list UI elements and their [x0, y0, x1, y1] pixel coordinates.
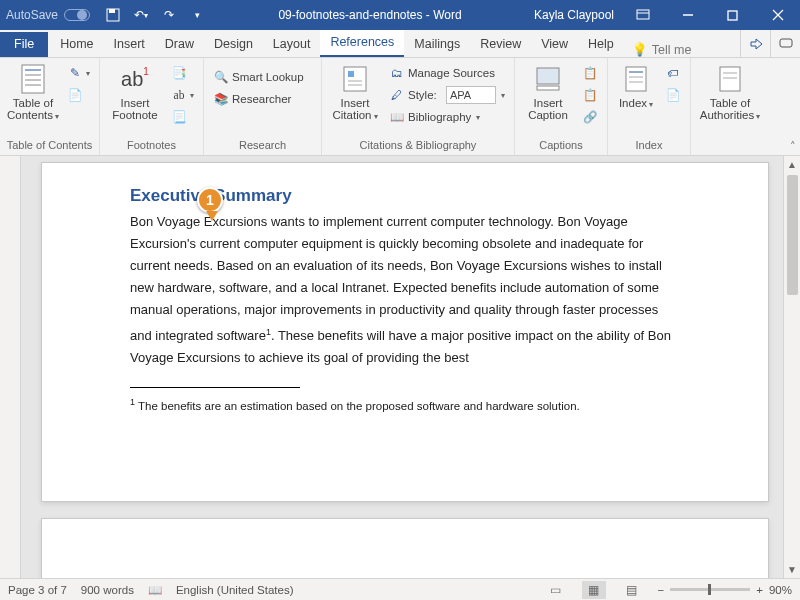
undo-icon[interactable]: ↶▾: [132, 6, 150, 24]
insert-footnote-button[interactable]: ab1 Insert Footnote: [106, 61, 164, 121]
zoom-out-icon[interactable]: −: [658, 584, 665, 596]
scrollbar-thumb[interactable]: [787, 175, 798, 295]
callout-1: 1: [197, 187, 227, 225]
mark-entry-button[interactable]: 🏷: [662, 63, 684, 83]
ribbon-tabs: File Home Insert Draw Design Layout Refe…: [0, 30, 800, 58]
insert-citation-button[interactable]: Insert Citation: [328, 61, 382, 123]
tell-me-search[interactable]: 💡 Tell me: [624, 42, 700, 57]
tab-help[interactable]: Help: [578, 32, 624, 57]
update-figures-icon: 📋: [582, 87, 598, 103]
svg-rect-8: [780, 39, 792, 47]
read-mode-icon[interactable]: ▭: [544, 581, 568, 599]
table-of-authorities-button[interactable]: Table of Authorities: [697, 61, 763, 123]
qat-customize-icon[interactable]: ▾: [188, 6, 206, 24]
maximize-button[interactable]: [710, 0, 755, 30]
group-table-of-contents: Table of Contents ✎▾ 📄 Table of Contents: [0, 58, 100, 155]
update-index-button[interactable]: 📄: [662, 85, 684, 105]
citation-style-dropdown[interactable]: 🖊Style: APA▾: [386, 85, 508, 105]
researcher-icon: 📚: [213, 91, 229, 107]
group-research: 🔍Smart Lookup 📚Researcher Research: [204, 58, 322, 155]
tab-file[interactable]: File: [0, 32, 48, 57]
status-language[interactable]: English (United States): [176, 584, 294, 596]
save-icon[interactable]: [104, 6, 122, 24]
next-footnote-icon: ab: [171, 87, 187, 103]
svg-rect-9: [22, 65, 44, 93]
group-label-toc: Table of Contents: [6, 137, 93, 155]
next-footnote-button[interactable]: ab▾: [168, 85, 197, 105]
tab-view[interactable]: View: [531, 32, 578, 57]
redo-icon[interactable]: ↷: [160, 6, 178, 24]
ribbon: Table of Contents ✎▾ 📄 Table of Contents…: [0, 58, 800, 156]
tab-layout[interactable]: Layout: [263, 32, 321, 57]
share-button[interactable]: [740, 30, 770, 57]
vertical-scrollbar[interactable]: ▲ ▼: [783, 156, 800, 578]
svg-rect-1: [109, 9, 115, 13]
web-layout-icon[interactable]: ▤: [620, 581, 644, 599]
show-notes-button[interactable]: 📃: [168, 107, 197, 127]
footnote-ab-icon: ab1: [121, 63, 149, 95]
group-label-toa: [697, 137, 763, 155]
group-captions: Insert Caption 📋 📋 🔗 Captions: [515, 58, 608, 155]
manage-sources-icon: 🗂: [389, 65, 405, 81]
manage-sources-button[interactable]: 🗂Manage Sources: [386, 63, 508, 83]
minimize-button[interactable]: [665, 0, 710, 30]
update-figures-button[interactable]: 📋: [579, 85, 601, 105]
insert-table-figures-button[interactable]: 📋: [579, 63, 601, 83]
group-label-footnotes: Footnotes: [106, 137, 197, 155]
insert-endnote-button[interactable]: 📑: [168, 63, 197, 83]
tab-home[interactable]: Home: [50, 32, 103, 57]
table-of-figures-icon: 📋: [582, 65, 598, 81]
zoom-slider[interactable]: [670, 588, 750, 591]
svg-rect-15: [348, 71, 354, 77]
tab-insert[interactable]: Insert: [104, 32, 155, 57]
svg-rect-2: [637, 10, 649, 19]
insert-caption-icon: [535, 63, 561, 95]
cross-reference-button[interactable]: 🔗: [579, 107, 601, 127]
status-bar: Page 3 of 7 900 words 📖 English (United …: [0, 578, 800, 600]
update-table-button[interactable]: 📄: [64, 85, 93, 105]
zoom-level[interactable]: 90%: [769, 584, 792, 596]
tab-draw[interactable]: Draw: [155, 32, 204, 57]
status-word-count[interactable]: 900 words: [81, 584, 134, 596]
ribbon-options-icon[interactable]: [620, 0, 665, 30]
researcher-button[interactable]: 📚Researcher: [210, 89, 307, 109]
tab-mailings[interactable]: Mailings: [404, 32, 470, 57]
collapse-ribbon-icon[interactable]: ˄: [790, 140, 796, 153]
user-name[interactable]: Kayla Claypool: [534, 8, 614, 22]
tab-references[interactable]: References: [320, 30, 404, 57]
group-citations: Insert Citation 🗂Manage Sources 🖊Style: …: [322, 58, 515, 155]
bibliography-button[interactable]: 📖Bibliography▾: [386, 107, 508, 127]
vertical-ruler: [0, 156, 21, 578]
tab-review[interactable]: Review: [470, 32, 531, 57]
smart-lookup-button[interactable]: 🔍Smart Lookup: [210, 67, 307, 87]
status-page[interactable]: Page 3 of 7: [8, 584, 67, 596]
scroll-up-icon[interactable]: ▲: [784, 156, 800, 173]
autosave-toggle[interactable]: AutoSave: [6, 8, 90, 22]
comments-button[interactable]: [770, 30, 800, 57]
insert-caption-button[interactable]: Insert Caption: [521, 61, 575, 121]
bibliography-icon: 📖: [389, 109, 405, 125]
group-index: Index 🏷 📄 Index: [608, 58, 691, 155]
table-of-contents-button[interactable]: Table of Contents: [6, 61, 60, 123]
spellcheck-icon[interactable]: 📖: [148, 583, 162, 597]
zoom-control[interactable]: − + 90%: [658, 584, 792, 596]
close-button[interactable]: [755, 0, 800, 30]
callout-circle: 1: [197, 187, 223, 213]
document-canvas[interactable]: Executive Summary Bon Voyage Excursions …: [21, 156, 783, 578]
add-text-icon: ✎: [67, 65, 83, 81]
scroll-down-icon[interactable]: ▼: [784, 561, 800, 578]
toa-icon: [718, 63, 742, 95]
mark-entry-icon: 🏷: [665, 65, 681, 81]
page-content[interactable]: Executive Summary Bon Voyage Excursions …: [42, 163, 768, 414]
print-layout-icon[interactable]: ▦: [582, 581, 606, 599]
zoom-in-icon[interactable]: +: [756, 584, 763, 596]
group-label-research: Research: [210, 137, 315, 155]
document-title: 09-footnotes-and-endnotes - Word: [206, 8, 534, 22]
group-label-captions: Captions: [521, 137, 601, 155]
smart-lookup-icon: 🔍: [213, 69, 229, 85]
tab-design[interactable]: Design: [204, 32, 263, 57]
add-text-button[interactable]: ✎▾: [64, 63, 93, 83]
index-button[interactable]: Index: [614, 61, 658, 111]
toc-icon: [20, 63, 46, 95]
update-table-icon: 📄: [67, 87, 83, 103]
